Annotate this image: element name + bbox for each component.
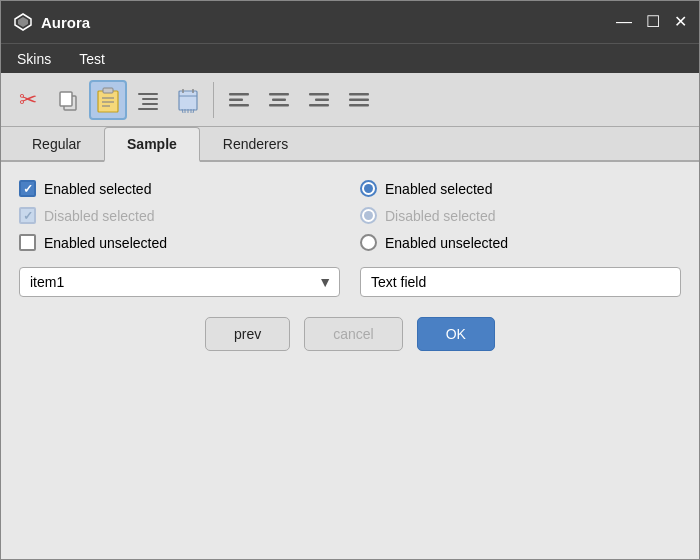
copy-button[interactable] <box>49 80 87 120</box>
svg-rect-11 <box>142 103 158 105</box>
checkbox-enabled-unselected-row: Enabled unselected <box>19 234 340 251</box>
toolbar-separator <box>213 82 214 118</box>
window-controls: — ☐ ✕ <box>616 14 687 30</box>
content-area: Enabled selected Enabled selected Disabl… <box>1 162 699 559</box>
title-bar: Aurora — ☐ ✕ <box>1 1 699 43</box>
prev-button[interactable]: prev <box>205 317 290 351</box>
svg-rect-5 <box>103 88 113 93</box>
ok-button[interactable]: OK <box>417 317 495 351</box>
app-logo <box>13 12 33 32</box>
svg-rect-22 <box>229 93 249 96</box>
tab-bar: Regular Sample Renderers <box>1 127 699 162</box>
close-button[interactable]: ✕ <box>674 14 687 30</box>
clear-button[interactable] <box>169 80 207 120</box>
dropdown-select[interactable]: item1 item2 item3 <box>19 267 340 297</box>
toolbar: ✂ <box>1 73 699 127</box>
align-center-button[interactable] <box>260 80 298 120</box>
minimize-button[interactable]: — <box>616 14 632 30</box>
radio-enabled-selected-row: Enabled selected <box>360 180 681 197</box>
svg-rect-10 <box>142 98 158 100</box>
svg-rect-28 <box>309 93 329 96</box>
clipboard-button[interactable] <box>89 80 127 120</box>
svg-rect-30 <box>309 104 329 107</box>
text-field-input[interactable] <box>360 267 681 297</box>
checkbox-enabled-selected-row: Enabled selected <box>19 180 340 197</box>
tab-regular[interactable]: Regular <box>9 127 104 160</box>
window-title: Aurora <box>41 14 616 31</box>
scissors-button[interactable]: ✂ <box>9 80 47 120</box>
svg-marker-1 <box>18 17 28 27</box>
svg-rect-13 <box>179 91 197 110</box>
svg-rect-29 <box>315 98 329 101</box>
menu-bar: Skins Test <box>1 43 699 73</box>
menu-skins[interactable]: Skins <box>13 49 55 69</box>
dropdown-wrapper: item1 item2 item3 ▼ <box>19 267 340 297</box>
controls-grid: Enabled selected Enabled selected Disabl… <box>19 180 681 251</box>
checkbox-enabled-unselected[interactable] <box>19 234 36 251</box>
button-row: prev cancel OK <box>19 317 681 351</box>
radio-disabled-selected-row: Disabled selected <box>360 207 681 224</box>
radio-enabled-selected[interactable] <box>360 180 377 197</box>
align-justify-button[interactable] <box>340 80 378 120</box>
radio-enabled-unselected-label: Enabled unselected <box>385 235 508 251</box>
svg-rect-12 <box>138 108 158 110</box>
main-window: Aurora — ☐ ✕ Skins Test ✂ <box>0 0 700 560</box>
indent-button[interactable] <box>129 80 167 120</box>
cancel-button: cancel <box>304 317 402 351</box>
radio-enabled-unselected[interactable] <box>360 234 377 251</box>
radio-enabled-unselected-row: Enabled unselected <box>360 234 681 251</box>
checkbox-disabled-selected-row: Disabled selected <box>19 207 340 224</box>
checkbox-enabled-selected[interactable] <box>19 180 36 197</box>
radio-disabled-selected-label: Disabled selected <box>385 208 496 224</box>
svg-rect-3 <box>60 92 72 106</box>
svg-rect-33 <box>349 104 369 107</box>
maximize-button[interactable]: ☐ <box>646 14 660 30</box>
svg-rect-27 <box>269 104 289 107</box>
checkbox-disabled-selected <box>19 207 36 224</box>
svg-rect-23 <box>229 98 243 101</box>
radio-disabled-selected <box>360 207 377 224</box>
checkbox-disabled-selected-label: Disabled selected <box>44 208 155 224</box>
align-right-button[interactable] <box>300 80 338 120</box>
menu-test[interactable]: Test <box>75 49 109 69</box>
svg-rect-32 <box>349 98 369 101</box>
radio-enabled-selected-label: Enabled selected <box>385 181 492 197</box>
tab-renderers[interactable]: Renderers <box>200 127 311 160</box>
svg-rect-9 <box>138 93 158 95</box>
input-row: item1 item2 item3 ▼ <box>19 267 681 297</box>
svg-rect-24 <box>229 104 249 107</box>
svg-rect-31 <box>349 93 369 96</box>
checkbox-enabled-selected-label: Enabled selected <box>44 181 151 197</box>
checkbox-enabled-unselected-label: Enabled unselected <box>44 235 167 251</box>
svg-rect-26 <box>272 98 286 101</box>
align-left-button[interactable] <box>220 80 258 120</box>
svg-rect-25 <box>269 93 289 96</box>
tab-sample[interactable]: Sample <box>104 127 200 162</box>
